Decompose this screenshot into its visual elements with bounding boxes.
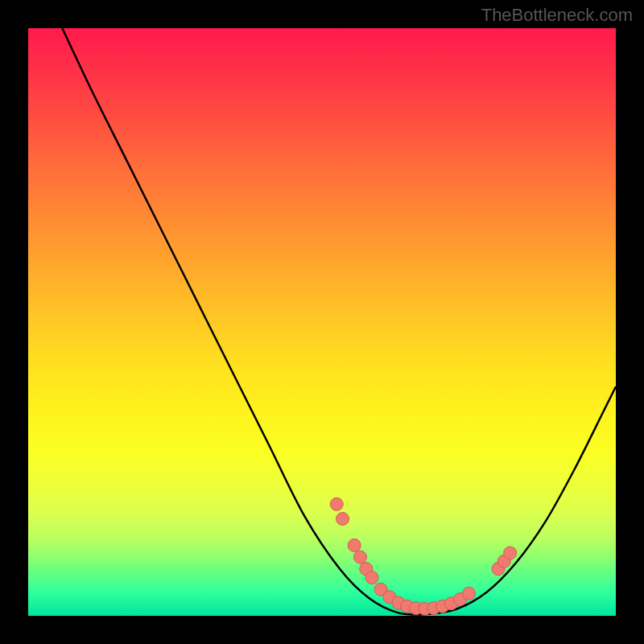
attribution-label: TheBottleneck.com — [481, 5, 633, 26]
data-dot — [353, 551, 366, 564]
gradient-plot-area — [28, 28, 616, 616]
data-dot — [330, 497, 343, 510]
data-dot — [348, 539, 361, 551]
data-dot — [504, 547, 517, 559]
data-dot — [365, 572, 378, 584]
chart-svg — [28, 28, 616, 616]
data-dot — [336, 513, 349, 526]
data-dots — [330, 497, 516, 615]
bottleneck-curve — [62, 28, 616, 615]
data-dot — [463, 587, 476, 600]
